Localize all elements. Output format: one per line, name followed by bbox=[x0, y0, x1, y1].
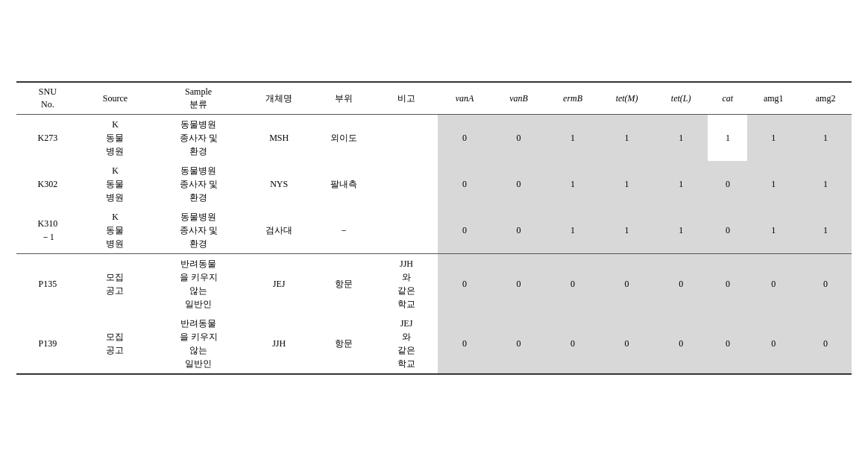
cell-part: 팔내측 bbox=[312, 161, 375, 207]
header-note: 비고 bbox=[375, 82, 438, 114]
cell-source: K동물병원 bbox=[79, 114, 152, 161]
cell-amg1: 1 bbox=[747, 114, 799, 161]
cell-snu: K310－1 bbox=[16, 207, 79, 254]
table-row: K302 K동물병원 동물병원종사자 및환경 NYS 팔내측 0 0 1 1 1… bbox=[16, 161, 852, 207]
cell-tetM: 0 bbox=[600, 314, 654, 374]
cell-part: － bbox=[312, 207, 375, 254]
cell-vanA: 0 bbox=[438, 161, 492, 207]
header-tetM: tet(M) bbox=[600, 82, 654, 114]
cell-source: K동물병원 bbox=[79, 161, 152, 207]
cell-amg2: 1 bbox=[799, 114, 852, 161]
cell-amg2: 0 bbox=[799, 253, 852, 314]
header-part: 부위 bbox=[312, 82, 375, 114]
table-row: K310－1 K동물병원 동물병원종사자 및환경 검사대 － 0 0 1 1 1… bbox=[16, 207, 852, 254]
header-amg1: amg1 bbox=[747, 82, 799, 114]
cell-name: JEJ bbox=[245, 253, 313, 314]
cell-ermB: 0 bbox=[546, 314, 600, 374]
cell-amg2: 1 bbox=[799, 207, 852, 254]
table-row: K273 K동물병원 동물병원종사자 및환경 MSH 외이도 0 0 1 1 1… bbox=[16, 114, 852, 161]
cell-tetL: 0 bbox=[654, 314, 708, 374]
cell-part: 항문 bbox=[312, 253, 375, 314]
cell-snu: P139 bbox=[16, 314, 79, 374]
cell-vanB: 0 bbox=[491, 114, 546, 161]
cell-ermB: 1 bbox=[546, 161, 600, 207]
cell-name: JJH bbox=[245, 314, 313, 374]
cell-part: 항문 bbox=[312, 314, 375, 374]
cell-snu: P135 bbox=[16, 253, 79, 314]
cell-vanA: 0 bbox=[438, 314, 492, 374]
cell-part: 외이도 bbox=[312, 114, 375, 161]
header-sample: Sample분류 bbox=[151, 82, 245, 114]
cell-source: 모집공고 bbox=[79, 253, 152, 314]
cell-cat: 0 bbox=[708, 207, 747, 254]
header-source: Source bbox=[79, 82, 152, 114]
cell-ermB: 1 bbox=[546, 207, 600, 254]
header-ermB: ermB bbox=[546, 82, 600, 114]
table-row: P139 모집공고 반려동물을 키우지않는일반인 JJH 항문 JEJ와같은학교… bbox=[16, 314, 852, 374]
header-vanA: vanA bbox=[438, 82, 492, 114]
cell-amg2: 0 bbox=[799, 314, 852, 374]
cell-ermB: 1 bbox=[546, 114, 600, 161]
cell-name: 검사대 bbox=[245, 207, 313, 254]
cell-name: MSH bbox=[245, 114, 313, 161]
cell-tetM: 1 bbox=[600, 114, 654, 161]
cell-vanB: 0 bbox=[491, 314, 546, 374]
header-amg2: amg2 bbox=[799, 82, 852, 114]
cell-note bbox=[375, 114, 438, 161]
cell-name: NYS bbox=[245, 161, 313, 207]
cell-sample: 동물병원종사자 및환경 bbox=[151, 207, 245, 254]
table-row: P135 모집공고 반려동물을 키우지않는일반인 JEJ 항문 JJH와같은학교… bbox=[16, 253, 852, 314]
cell-amg1: 1 bbox=[747, 207, 799, 254]
cell-sample: 동물병원종사자 및환경 bbox=[151, 114, 245, 161]
cell-vanA: 0 bbox=[438, 253, 492, 314]
cell-vanB: 0 bbox=[491, 161, 546, 207]
cell-sample: 반려동물을 키우지않는일반인 bbox=[151, 253, 245, 314]
cell-ermB: 0 bbox=[546, 253, 600, 314]
cell-tetL: 0 bbox=[654, 253, 708, 314]
cell-note bbox=[375, 161, 438, 207]
data-table: SNUNo. Source Sample분류 개체명 부위 비고 vanA va… bbox=[16, 81, 852, 375]
cell-cat: 1 bbox=[708, 114, 747, 161]
cell-amg1: 0 bbox=[747, 314, 799, 374]
cell-source: K동물병원 bbox=[79, 207, 152, 254]
cell-tetM: 1 bbox=[600, 161, 654, 207]
cell-cat: 0 bbox=[708, 314, 747, 374]
header-vanB: vanB bbox=[491, 82, 546, 114]
cell-snu: K302 bbox=[16, 161, 79, 207]
table-container: SNUNo. Source Sample분류 개체명 부위 비고 vanA va… bbox=[16, 81, 852, 375]
cell-vanB: 0 bbox=[491, 207, 546, 254]
header-name: 개체명 bbox=[245, 82, 313, 114]
cell-snu: K273 bbox=[16, 114, 79, 161]
cell-amg1: 1 bbox=[747, 161, 799, 207]
header-cat: cat bbox=[708, 82, 747, 114]
cell-sample: 동물병원종사자 및환경 bbox=[151, 161, 245, 207]
cell-vanB: 0 bbox=[491, 253, 546, 314]
cell-tetL: 1 bbox=[654, 161, 708, 207]
cell-note: JJH와같은학교 bbox=[375, 253, 438, 314]
header-tetL: tet(L) bbox=[654, 82, 708, 114]
cell-vanA: 0 bbox=[438, 207, 492, 254]
cell-cat: 0 bbox=[708, 253, 747, 314]
cell-note bbox=[375, 207, 438, 254]
cell-tetM: 1 bbox=[600, 207, 654, 254]
cell-amg1: 0 bbox=[747, 253, 799, 314]
cell-note: JEJ와같은학교 bbox=[375, 314, 438, 374]
cell-amg2: 1 bbox=[799, 161, 852, 207]
cell-vanA: 0 bbox=[438, 114, 492, 161]
cell-cat: 0 bbox=[708, 161, 747, 207]
cell-tetL: 1 bbox=[654, 207, 708, 254]
cell-tetL: 1 bbox=[654, 114, 708, 161]
header-snu: SNUNo. bbox=[16, 82, 79, 114]
cell-source: 모집공고 bbox=[79, 314, 152, 374]
cell-sample: 반려동물을 키우지않는일반인 bbox=[151, 314, 245, 374]
cell-tetM: 0 bbox=[600, 253, 654, 314]
